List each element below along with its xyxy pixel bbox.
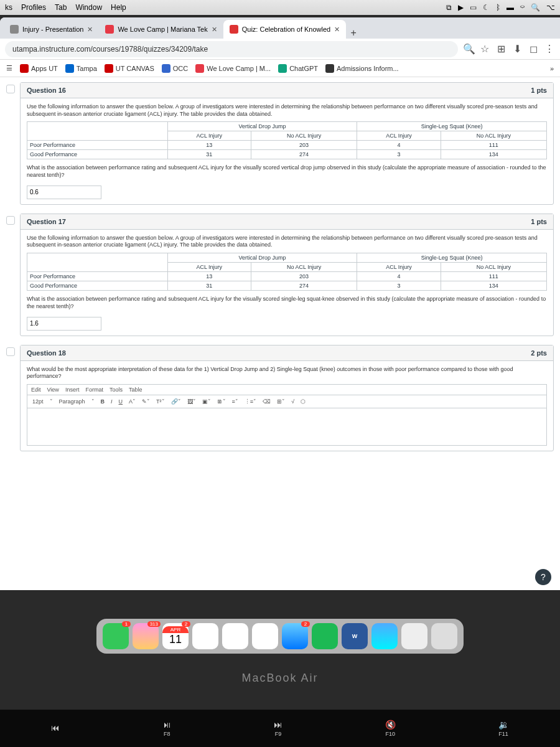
next-track-key[interactable]: ⏭F9 [274, 720, 282, 737]
new-tab-button[interactable]: + [346, 27, 361, 39]
help-button[interactable]: ? [535, 569, 551, 585]
calendar-app[interactable]: APR 11 2 [162, 623, 189, 649]
answer-input[interactable] [27, 317, 101, 331]
rce-menu-table[interactable]: Table [129, 387, 142, 393]
play-icon[interactable]: ▶ [458, 3, 464, 12]
menu-item[interactable]: Tab [55, 3, 67, 12]
table-header: Single-Leg Squat (Knee) [357, 253, 547, 263]
text-color-button[interactable]: A˅ [128, 398, 137, 405]
highlight-button[interactable]: ✎˅ [141, 398, 151, 405]
quiz-content: Question 16 1 pts Use the following info… [0, 77, 560, 575]
flag-question-icon[interactable] [6, 216, 15, 225]
mail-app[interactable] [371, 623, 398, 649]
facetime-app[interactable]: 1 [103, 623, 129, 649]
italic-button[interactable]: I [110, 398, 114, 405]
underline-button[interactable]: U [118, 398, 124, 405]
safari-app[interactable]: 2 [282, 623, 308, 649]
rce-menu-edit[interactable]: Edit [31, 387, 41, 393]
embed-button[interactable]: ⬡ [299, 398, 307, 405]
table-header: No ACL Injury [441, 263, 546, 272]
rce-menu-format[interactable]: Format [85, 387, 103, 393]
word-app[interactable]: W [342, 623, 368, 649]
close-icon[interactable]: ✕ [212, 26, 217, 34]
battery-icon[interactable]: ▭ [470, 3, 477, 12]
list-button[interactable]: ⋮≡˅ [243, 398, 258, 405]
media-button[interactable]: ▣˅ [201, 398, 212, 405]
menu-icon[interactable]: ⋮ [544, 43, 555, 55]
freeform-app[interactable] [252, 623, 278, 649]
address-bar[interactable]: utampa.instructure.com/courses/19788/qui… [5, 41, 458, 57]
menu-item[interactable]: ks [5, 3, 12, 12]
flag-question-icon[interactable] [6, 85, 15, 93]
bookmark[interactable]: UT CANVAS [105, 64, 154, 73]
image-button[interactable]: 🖼˅ [186, 398, 197, 405]
bookmark[interactable]: ChatGPT [278, 64, 318, 73]
control-center-icon[interactable]: ⌥ [546, 3, 555, 12]
reminders-app[interactable] [192, 623, 218, 649]
table-cell: 4 [357, 141, 441, 150]
rce-menu-insert[interactable]: Insert [65, 387, 80, 393]
paragraph-select[interactable]: Paragraph [58, 398, 86, 405]
mute-key[interactable]: 🔇F10 [385, 720, 396, 737]
photos-app[interactable]: 313 [133, 623, 159, 649]
bookmark[interactable]: We Love Camp | M... [195, 64, 271, 73]
screen-share-icon[interactable]: ⧉ [446, 3, 452, 12]
bold-button[interactable]: B [100, 398, 106, 405]
bookmark[interactable]: Apps UT [20, 64, 58, 73]
question-18: Question 18 2 pts What would be the most… [20, 345, 554, 451]
extensions-icon[interactable]: ⊞ [495, 43, 506, 55]
question-points: 2 pts [531, 349, 547, 357]
play-pause-key[interactable]: ⏯F8 [162, 720, 171, 737]
close-icon[interactable]: ✕ [87, 26, 93, 34]
menu-item[interactable]: Window [75, 3, 102, 12]
display-icon[interactable]: ▬ [506, 3, 514, 12]
search-icon[interactable]: 🔍 [463, 43, 474, 55]
table-cell: 203 [251, 272, 357, 281]
bookmark-icon [105, 64, 113, 73]
bookmark[interactable]: Admissions Inform... [325, 64, 399, 73]
favicon-icon [10, 25, 19, 34]
moon-icon[interactable]: ☾ [483, 3, 490, 12]
url-text: utampa.instructure.com/courses/19788/qui… [12, 45, 208, 54]
macos-dock: 1 313 APR 11 2 2 W [96, 619, 464, 654]
badge: 2 [182, 621, 190, 627]
trash-icon[interactable] [431, 623, 457, 649]
bookmarks-overflow[interactable]: » [550, 65, 554, 72]
rich-text-editor[interactable] [27, 408, 547, 446]
document-button[interactable]: 🗎˅ [216, 398, 227, 405]
bookmark-icon [325, 64, 334, 73]
font-size-select[interactable]: 12pt [31, 398, 45, 405]
superscript-button[interactable]: T²˅ [155, 398, 166, 405]
spotify-app[interactable] [312, 623, 338, 649]
browser-tab[interactable]: We Love Camp | Mariana Tek ✕ [99, 20, 223, 39]
finder-app[interactable] [401, 623, 427, 649]
bluetooth-icon[interactable]: ᛒ [496, 3, 500, 12]
clear-format-button[interactable]: ⌫ [261, 398, 272, 405]
reading-list-icon[interactable]: ☰ [6, 64, 12, 72]
table-row-header: Good Performance [27, 150, 168, 159]
equation-button[interactable]: √ [290, 398, 296, 405]
flag-question-icon[interactable] [6, 347, 15, 356]
search-icon[interactable]: 🔍 [531, 3, 540, 12]
answer-input[interactable] [27, 186, 101, 199]
download-icon[interactable]: ⬇ [511, 43, 523, 55]
notes-app[interactable] [222, 623, 248, 649]
browser-tab[interactable]: Injury - Presentation ✕ [4, 20, 99, 39]
close-icon[interactable]: ✕ [334, 26, 340, 34]
menu-item[interactable]: Profiles [21, 3, 46, 12]
bookmark[interactable]: Tampa [65, 64, 97, 73]
browser-tab-active[interactable]: Quiz: Celebration of Knowled ✕ [223, 20, 346, 39]
key-label: F8 [164, 731, 170, 737]
rce-menu-tools[interactable]: Tools [110, 387, 123, 393]
table-button[interactable]: ⊞˅ [276, 398, 286, 405]
profile-icon[interactable]: ◻ [528, 43, 539, 55]
rce-menu-view[interactable]: View [47, 387, 59, 393]
indent-button[interactable]: ≡˅ [231, 398, 240, 405]
wifi-icon[interactable]: ⌔ [520, 3, 525, 12]
menu-item[interactable]: Help [111, 3, 126, 12]
volume-down-key[interactable]: 🔉F11 [498, 720, 509, 737]
star-icon[interactable]: ☆ [479, 43, 490, 55]
prev-track-key[interactable]: ⏮ [51, 723, 60, 734]
link-button[interactable]: 🔗˅ [170, 398, 182, 405]
bookmark[interactable]: OCC [162, 64, 188, 73]
